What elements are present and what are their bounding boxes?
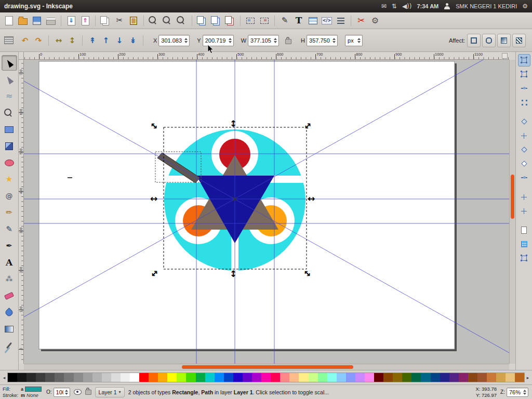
group-objects-button[interactable]: [244, 14, 257, 28]
vertical-ruler[interactable]: 7006005004003002001000: [19, 60, 24, 364]
session-gear-icon[interactable]: ⚙: [522, 3, 528, 10]
w-input[interactable]: 377.105: [248, 35, 279, 46]
spinner-icon[interactable]: [357, 38, 361, 43]
volume-icon[interactable]: ◀)): [402, 3, 412, 10]
palette-swatch[interactable]: [158, 373, 167, 382]
snap-midpoints-button[interactable]: [518, 171, 530, 184]
tool-star-button[interactable]: ★: [2, 171, 17, 187]
palette-swatch[interactable]: [309, 373, 318, 382]
layer-selector[interactable]: Layer 1 ▾: [95, 387, 125, 397]
palette-swatch[interactable]: [196, 373, 205, 382]
save-document-button[interactable]: [30, 14, 44, 28]
layer-lock-icon[interactable]: [85, 390, 91, 395]
palette-swatch[interactable]: [393, 373, 402, 382]
lock-ratio-icon[interactable]: [285, 39, 291, 44]
snap-page-border-button[interactable]: [518, 224, 530, 236]
spinner-icon[interactable]: [332, 38, 336, 43]
cut-button[interactable]: ✂: [113, 14, 126, 28]
snap-enable-button[interactable]: [518, 54, 530, 66]
palette-swatch[interactable]: [17, 373, 26, 382]
palette-swatch[interactable]: [64, 373, 73, 382]
palette-swatch[interactable]: [280, 373, 289, 382]
xml-editor-button[interactable]: </>: [320, 14, 334, 28]
unlink-clone-button[interactable]: [223, 14, 237, 28]
palette-swatch[interactable]: [383, 373, 393, 382]
palette-swatch[interactable]: [8, 373, 17, 382]
affect-patterns-button[interactable]: [512, 34, 526, 47]
tool-dropper-button[interactable]: [2, 338, 17, 353]
spinner-icon[interactable]: [274, 38, 277, 43]
new-document-button[interactable]: [2, 14, 16, 28]
scale-handle[interactable]: ↕: [230, 269, 237, 279]
layers-dialog-button[interactable]: [306, 14, 320, 28]
spinner-icon[interactable]: [523, 390, 526, 395]
tool-zoom-button[interactable]: [2, 105, 17, 121]
palette-swatch[interactable]: [167, 373, 177, 382]
palette-scroll-right-icon[interactable]: ▸: [525, 373, 531, 382]
text-dialog-button[interactable]: T: [292, 14, 305, 28]
lower-to-bottom-button[interactable]: ↡: [127, 34, 139, 47]
palette-scroll-left-icon[interactable]: ◂: [1, 373, 7, 382]
palette-swatch[interactable]: [289, 373, 299, 382]
units-dropdown[interactable]: px: [345, 35, 363, 46]
opacity-input[interactable]: 100: [54, 388, 70, 397]
tool-node-editor-button[interactable]: [2, 72, 17, 87]
scale-handle[interactable]: ↕: [230, 118, 237, 129]
tool-spray-button[interactable]: ⁂: [2, 271, 17, 287]
mail-icon[interactable]: ✉: [381, 3, 387, 10]
layer-visibility-icon[interactable]: [74, 389, 82, 395]
scale-handle[interactable]: ↔: [150, 193, 157, 204]
raise-button[interactable]: ↑: [100, 34, 112, 47]
scrollbar-thumb[interactable]: [182, 365, 353, 369]
tool-gradient-button[interactable]: [2, 321, 17, 337]
sticky-zoom-button[interactable]: [502, 53, 508, 59]
snap-grid-button[interactable]: [518, 238, 530, 250]
rotate-cw-button[interactable]: ↷: [32, 34, 45, 47]
snap-nodes-button[interactable]: [518, 115, 530, 128]
tool-ellipse-button[interactable]: [2, 155, 17, 170]
tool-bezier-button[interactable]: ✎: [2, 221, 17, 237]
palette-swatch[interactable]: [355, 373, 365, 382]
session-username[interactable]: SMK NEGERI 1 KEDIRI: [456, 3, 517, 9]
tool-eraser-button[interactable]: [2, 288, 17, 303]
tool-text-button[interactable]: A: [2, 255, 17, 270]
copy-button[interactable]: [99, 14, 112, 28]
palette-swatch[interactable]: [233, 373, 243, 382]
tool-tweak-button[interactable]: ≈: [2, 88, 17, 104]
import-bitmap-button[interactable]: ⇓: [64, 14, 78, 28]
palette-swatch[interactable]: [374, 373, 383, 382]
palette-swatch[interactable]: [121, 373, 130, 382]
scale-handle[interactable]: ↔: [308, 193, 315, 204]
preferences-button[interactable]: ⚙: [368, 14, 382, 28]
palette-swatch[interactable]: [74, 373, 83, 382]
snap-guides-button[interactable]: [518, 252, 530, 264]
print-document-button[interactable]: [44, 14, 58, 28]
palette-swatch[interactable]: [102, 373, 111, 382]
palette-swatch[interactable]: [468, 373, 477, 382]
tool-3dbox-button[interactable]: [2, 138, 17, 154]
palette-swatch[interactable]: [215, 373, 224, 382]
zoom-drawing-button[interactable]: [161, 14, 175, 28]
snap-object-centers-button[interactable]: [518, 191, 530, 203]
palette-swatch[interactable]: [271, 373, 280, 382]
palette-swatch[interactable]: [477, 373, 487, 382]
lower-button[interactable]: ↓: [113, 34, 126, 47]
palette-swatch[interactable]: [205, 373, 215, 382]
flip-horizontal-button[interactable]: ↔: [52, 34, 65, 47]
horizontal-ruler[interactable]: 010020030040050060070080090010001100: [24, 52, 509, 60]
ungroup-objects-button[interactable]: [258, 14, 271, 28]
zoom-page-button[interactable]: [175, 14, 189, 28]
open-document-button[interactable]: [16, 14, 30, 28]
palette-swatch[interactable]: [177, 373, 186, 382]
palette-swatch[interactable]: [402, 373, 411, 382]
palette-swatch[interactable]: [496, 373, 506, 382]
palette-swatch[interactable]: [337, 373, 346, 382]
palette-swatch[interactable]: [431, 373, 440, 382]
spinner-icon[interactable]: [184, 38, 188, 43]
palette-swatch[interactable]: [92, 373, 102, 382]
palette-swatch[interactable]: [186, 373, 195, 382]
affect-stroke-button[interactable]: [467, 34, 481, 47]
snap-bbox-corners-button[interactable]: [518, 96, 530, 109]
tool-calligraphy-button[interactable]: ✒: [2, 238, 17, 254]
snap-bbox-edges-button[interactable]: [518, 82, 530, 95]
